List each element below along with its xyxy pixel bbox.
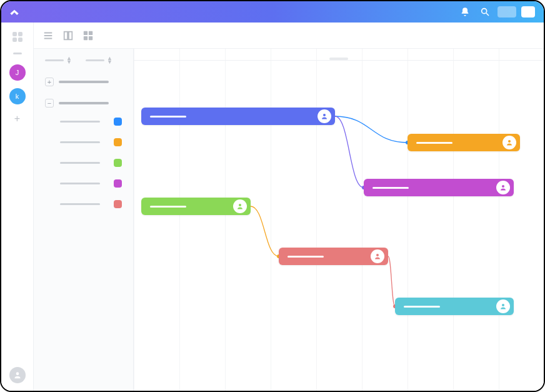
sidebar-filter-1[interactable]: ▲▼ — [45, 56, 72, 64]
assignee-avatar[interactable] — [496, 181, 510, 194]
left-rail: J k + — [1, 23, 34, 391]
assignee-avatar[interactable] — [318, 109, 331, 123]
grid-view-icon[interactable] — [82, 30, 94, 41]
assignee-avatar[interactable] — [496, 299, 510, 313]
sidebar-item-label — [60, 121, 100, 123]
svg-rect-6 — [64, 31, 68, 39]
svg-rect-8 — [84, 31, 88, 34]
collapse-icon[interactable]: − — [45, 99, 54, 108]
workspace-avatar-1[interactable]: J — [9, 64, 26, 81]
assignee-avatar[interactable] — [371, 249, 384, 263]
group-label — [59, 81, 109, 83]
collapse-icon[interactable] — [13, 53, 22, 54]
sidebar-group-header[interactable]: + — [34, 74, 133, 90]
sidebar-item[interactable] — [34, 194, 133, 214]
sidebar-item-label — [60, 203, 100, 205]
task-label — [150, 116, 186, 118]
color-dot — [114, 118, 122, 126]
svg-point-21 — [502, 304, 504, 306]
gantt-bar[interactable] — [141, 198, 251, 215]
profile-avatar[interactable] — [9, 367, 26, 383]
color-dot — [114, 179, 122, 188]
expand-icon[interactable]: + — [45, 78, 54, 86]
sidebar-item-label — [60, 141, 100, 143]
sidebar-filter-2[interactable]: ▲▼ — [86, 56, 112, 64]
sidebar-group-2: − — [34, 93, 133, 217]
task-label — [404, 306, 440, 308]
project-sidebar: ▲▼ ▲▼ + − — [34, 49, 134, 391]
svg-point-16 — [323, 114, 326, 116]
topbar-chip-2[interactable] — [521, 6, 535, 18]
board-view-icon[interactable] — [62, 30, 74, 41]
color-dot — [114, 159, 122, 167]
sidebar-item-label — [60, 162, 100, 164]
task-label — [150, 206, 186, 208]
sidebar-item[interactable] — [34, 153, 133, 173]
svg-point-20 — [376, 254, 379, 256]
svg-point-18 — [502, 185, 504, 188]
assignee-avatar[interactable] — [233, 199, 247, 213]
bell-icon[interactable] — [459, 6, 471, 18]
sidebar-item[interactable] — [34, 111, 133, 132]
top-bar — [1, 1, 544, 23]
task-label — [372, 187, 409, 189]
app-window: J k + ▲▼ — [0, 0, 545, 392]
sidebar-item-label — [60, 183, 100, 184]
sidebar-item[interactable] — [34, 173, 133, 194]
gantt-bar[interactable] — [141, 108, 335, 125]
gantt-bar[interactable] — [408, 134, 520, 151]
view-toolbar — [34, 23, 544, 49]
color-dot — [114, 200, 122, 208]
topbar-chip-1[interactable] — [498, 6, 516, 18]
app-logo[interactable] — [8, 5, 21, 19]
svg-line-1 — [486, 13, 489, 16]
sidebar-group-header[interactable]: − — [34, 95, 133, 111]
search-icon[interactable] — [479, 6, 491, 18]
svg-rect-11 — [89, 36, 92, 39]
add-workspace-button[interactable]: + — [12, 113, 23, 124]
svg-point-0 — [482, 9, 487, 14]
sidebar-item[interactable] — [34, 132, 133, 153]
gantt-bar[interactable] — [364, 179, 514, 196]
svg-rect-7 — [69, 31, 72, 39]
gantt-bar[interactable] — [279, 248, 388, 265]
svg-rect-9 — [89, 31, 92, 34]
color-dot — [114, 138, 122, 146]
svg-point-17 — [508, 140, 511, 143]
group-label — [59, 102, 109, 104]
task-label — [288, 256, 324, 258]
gantt-chart[interactable] — [134, 49, 544, 391]
svg-point-2 — [16, 372, 19, 375]
assignee-avatar[interactable] — [502, 136, 516, 149]
timeline-drag-handle[interactable] — [329, 58, 348, 60]
task-label — [416, 142, 452, 144]
list-view-icon[interactable] — [42, 30, 54, 41]
apps-icon[interactable] — [12, 31, 23, 43]
workspace-avatar-2[interactable]: k — [9, 88, 26, 104]
sidebar-group-1: + — [34, 71, 133, 93]
gantt-bar[interactable] — [395, 298, 514, 315]
svg-point-19 — [239, 204, 241, 206]
svg-rect-10 — [84, 36, 88, 39]
